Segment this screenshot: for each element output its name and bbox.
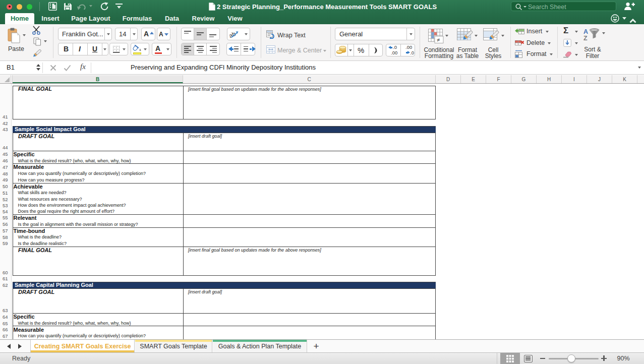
svg-text:Z: Z: [583, 35, 588, 42]
svg-text:≠: ≠: [437, 37, 440, 43]
svg-text:ab: ab: [229, 30, 237, 39]
svg-text:A: A: [583, 28, 588, 35]
